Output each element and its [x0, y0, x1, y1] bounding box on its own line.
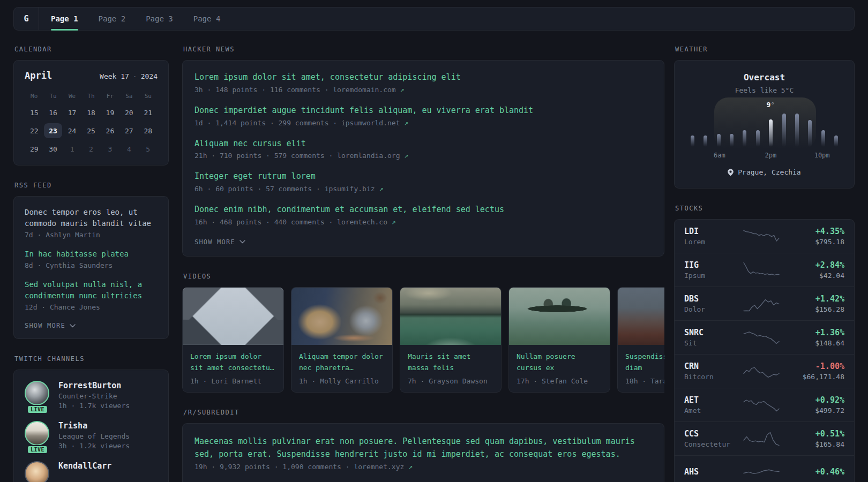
hn-item-title[interactable]: Lorem ipsum dolor sit amet, consectetur … — [194, 72, 652, 84]
video-thumbnail[interactable] — [291, 288, 392, 345]
video-title[interactable]: Nullam posuere cursus ex — [517, 351, 602, 374]
stock-row[interactable]: SNRC Sit +1.36% $148.64 — [675, 320, 854, 354]
stock-ticker[interactable]: AHS — [684, 467, 738, 477]
stock-change: +2.84% — [784, 260, 844, 270]
weather-time-label: 2pm — [765, 152, 777, 159]
video-card[interactable]: Mauris sit amet massa felis 7h · Grayson… — [400, 287, 502, 393]
video-card-body: Aliquam tempor dolor nec pharetra… 1h · … — [291, 345, 392, 393]
stock-change: +1.36% — [784, 328, 844, 337]
rss-item-title[interactable]: Sed volutpat nulla nisl, a condimentum n… — [25, 279, 158, 302]
calendar-day: 16 — [44, 105, 62, 120]
video-thumbnail[interactable] — [618, 288, 664, 345]
twitch-channel-row[interactable]: LIVE KendallCarr — [25, 461, 158, 482]
stock-name: Amet — [684, 406, 738, 415]
app-logo[interactable]: G — [14, 7, 39, 30]
twitch-channel-name[interactable]: ForrestBurton — [58, 381, 130, 390]
calendar-widget: April Week 17 · 2024 Mo Tu We — [13, 60, 169, 165]
twitch-channel-meta: 3h · 1.2k viewers — [58, 442, 130, 450]
nav-tab[interactable]: Page 3 — [146, 7, 173, 30]
video-meta: 1h · Molly Carrillo — [299, 377, 385, 385]
video-title[interactable]: Suspendisse diam — [625, 351, 664, 374]
video-card[interactable]: Nullam posuere cursus ex 17h · Stefan Co… — [508, 287, 610, 393]
nav-tab[interactable]: Page 1 — [51, 7, 78, 30]
hn-show-more-button[interactable]: SHOW MORE — [194, 238, 245, 246]
nav-tab[interactable]: Page 2 — [99, 7, 126, 30]
video-card[interactable]: Aliquam tempor dolor nec pharetra… 1h · … — [291, 287, 393, 393]
middle-column: HACKER NEWS Lorem ipsum dolor sit amet, … — [182, 46, 664, 482]
section-title-rss: RSS FEED — [14, 182, 169, 189]
hn-item-title[interactable]: Aliquam nec cursus elit — [194, 138, 652, 150]
rss-section: RSS FEED Donec tempor eros leo, ut commo… — [13, 182, 169, 339]
video-card[interactable]: Suspendisse diam 18h · Tara — [617, 287, 664, 393]
video-title-line2: diam — [625, 363, 664, 374]
video-thumbnail[interactable] — [509, 288, 610, 345]
stock-sparkline — [738, 362, 784, 381]
twitch-channel-row[interactable]: LIVE Trisha League of Legends 3h · 1.2k … — [25, 421, 158, 450]
weather-bar — [834, 135, 838, 147]
map-pin-icon — [728, 169, 734, 176]
twitch-channel-info: Trisha League of Legends 3h · 1.2k viewe… — [58, 421, 130, 450]
stock-ticker[interactable]: SNRC — [684, 328, 738, 337]
rss-item-title[interactable]: In hac habitasse platea — [25, 248, 158, 260]
stock-name: Sit — [684, 339, 738, 347]
twitch-channel-meta: 1h · 1.7k viewers — [58, 402, 130, 410]
section-title-calendar: CALENDAR — [14, 46, 169, 53]
weather-widget: Overcast Feels like 5°C 9° 6am2pm10pm Pr… — [674, 60, 855, 189]
hn-item-title[interactable]: Donec imperdiet augue tincidunt felis al… — [194, 105, 652, 117]
top-nav-bar: G Page 1 Page 2 Page 3 Page 4 — [13, 7, 855, 31]
stock-ticker[interactable]: DBS — [684, 294, 738, 304]
show-more-label: SHOW MORE — [25, 322, 65, 329]
hn-item: Donec imperdiet augue tincidunt felis al… — [194, 105, 652, 127]
rss-item-title[interactable]: Donec tempor eros leo, ut commodo mauris… — [25, 207, 158, 229]
twitch-channel-category[interactable]: Counter-Strike — [58, 392, 130, 400]
twitch-channel-name[interactable]: Trisha — [58, 421, 130, 431]
weather-condition: Overcast — [687, 72, 841, 82]
twitch-channel-name[interactable]: KendallCarr — [58, 461, 111, 471]
twitch-avatar-wrap: LIVE — [25, 461, 50, 482]
stock-ticker[interactable]: CCS — [684, 429, 738, 439]
hn-item-meta-text: 21h · 710 points · 579 comments · loreml… — [194, 152, 400, 160]
external-link-icon[interactable]: ↗ — [404, 152, 408, 160]
calendar-year: 2024 — [141, 72, 158, 80]
video-thumbnail[interactable] — [400, 288, 501, 345]
external-link-icon[interactable]: ↗ — [404, 119, 408, 127]
external-link-icon[interactable]: ↗ — [408, 463, 413, 471]
weather-temp: 9° — [766, 101, 775, 109]
stock-row[interactable]: DBS Dolor +1.42% $156.28 — [675, 287, 854, 320]
stock-row[interactable]: AHS +0.46% — [675, 455, 854, 482]
stock-row[interactable]: AET Amet +0.92% $499.72 — [675, 388, 854, 421]
stock-ticker[interactable]: AET — [684, 395, 738, 405]
video-meta: 18h · Tara — [625, 377, 664, 385]
hn-item-title[interactable]: Integer eget rutrum lorem — [194, 171, 652, 183]
stock-name: Dolor — [684, 305, 738, 313]
stock-sparkline — [738, 227, 784, 246]
hn-item-title[interactable]: Donec enim nibh, condimentum et accumsan… — [194, 204, 652, 216]
stock-ticker[interactable]: IIG — [684, 260, 738, 270]
stock-row[interactable]: LDI Lorem +4.35% $795.18 — [675, 220, 854, 253]
stock-ticker[interactable]: LDI — [684, 227, 738, 236]
stock-row[interactable]: IIG Ipsum +2.84% $42.04 — [675, 253, 854, 287]
video-title[interactable]: Aliquam tempor dolor nec pharetra… — [299, 351, 385, 374]
external-link-icon[interactable]: ↗ — [392, 218, 396, 226]
video-card[interactable]: Lorem ipsum dolor sit amet consectetu… 1… — [182, 287, 284, 393]
external-link-icon[interactable]: ↗ — [400, 86, 405, 94]
rss-show-more-button[interactable]: SHOW MORE — [25, 322, 76, 329]
external-link-icon[interactable]: ↗ — [379, 185, 383, 193]
calendar-day: 5 — [139, 141, 157, 156]
stock-row[interactable]: CCS Consectetur +0.51% $165.84 — [675, 421, 854, 455]
stock-symbol-block: CCS Consectetur — [684, 429, 738, 448]
weather-location: Prague, Czechia — [687, 168, 841, 176]
video-title[interactable]: Mauris sit amet massa felis — [408, 351, 493, 374]
twitch-channel-category[interactable]: League of Legends — [58, 432, 130, 440]
video-thumbnail[interactable] — [183, 288, 283, 345]
stock-ticker[interactable]: CRN — [684, 362, 738, 371]
stock-name: Bitcorn — [684, 373, 738, 381]
stock-values-block: +0.46% — [784, 467, 844, 478]
nav-tab[interactable]: Page 4 — [193, 7, 221, 30]
stock-row[interactable]: CRN Bitcorn -1.00% $66,171.48 — [675, 354, 854, 388]
stock-change: +4.35% — [784, 227, 844, 236]
twitch-channel-info: ForrestBurton Counter-Strike 1h · 1.7k v… — [58, 381, 130, 410]
video-title[interactable]: Lorem ipsum dolor sit amet consectetu… — [190, 351, 276, 374]
twitch-channel-row[interactable]: LIVE ForrestBurton Counter-Strike 1h · 1… — [25, 381, 158, 410]
subreddit-post-title[interactable]: Maecenas mollis pulvinar erat non posuer… — [194, 435, 652, 461]
